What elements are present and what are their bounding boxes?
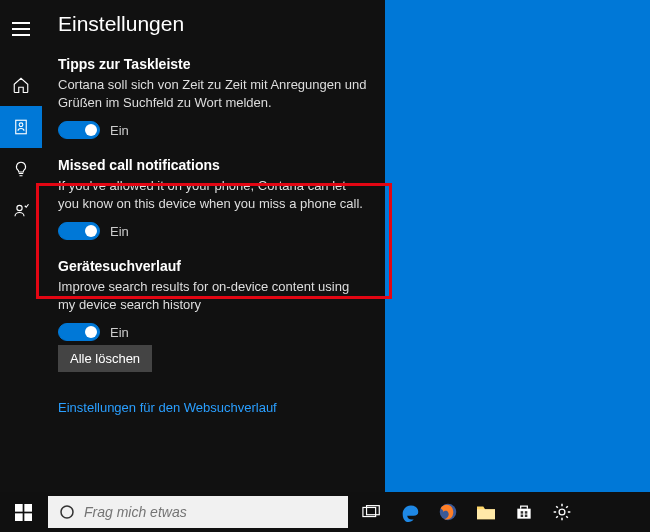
taskbar-app-firefox[interactable] [430, 492, 466, 532]
menu-icon [12, 22, 30, 36]
clear-all-button[interactable]: Alle löschen [58, 345, 152, 372]
firefox-icon [437, 501, 459, 523]
cortana-search-box[interactable] [48, 496, 348, 528]
section-desc: Cortana soll sich von Zeit zu Zeit mit A… [58, 76, 369, 111]
toggle-row: Ein [58, 222, 369, 240]
settings-content: Einstellungen Tipps zur Taskleiste Corta… [42, 0, 385, 492]
taskbar-icons [354, 492, 650, 532]
taskbar [0, 492, 650, 532]
section-missed-call: Missed call notifications If you've allo… [58, 157, 369, 240]
svg-rect-5 [15, 513, 23, 521]
taskbar-app-edge[interactable] [392, 492, 428, 532]
search-input[interactable] [84, 504, 338, 520]
svg-rect-4 [24, 504, 32, 512]
section-title: Gerätesuchverlauf [58, 258, 369, 274]
page-title: Einstellungen [58, 12, 369, 36]
sidebar-feedback[interactable] [0, 190, 42, 232]
sidebar-tips[interactable] [0, 148, 42, 190]
sidebar-home[interactable] [0, 64, 42, 106]
section-device-history: Gerätesuchverlauf Improve search results… [58, 258, 369, 372]
toggle-label: Ein [110, 224, 129, 239]
cortana-settings-panel: Einstellungen Tipps zur Taskleiste Corta… [0, 0, 385, 492]
notebook-icon [12, 118, 30, 136]
task-view-icon [362, 504, 382, 520]
taskbar-settings[interactable] [544, 492, 580, 532]
toggle-row: Ein [58, 121, 369, 139]
svg-point-15 [559, 509, 565, 515]
home-icon [12, 76, 30, 94]
svg-rect-14 [525, 515, 528, 518]
start-button[interactable] [0, 492, 46, 532]
windows-icon [15, 504, 32, 521]
sidebar-notebook[interactable] [0, 106, 42, 148]
toggle-row: Ein [58, 323, 369, 341]
toggle-knob [85, 326, 97, 338]
web-search-history-link[interactable]: Einstellungen für den Websuchverlauf [58, 400, 277, 415]
toggle-missed-call[interactable] [58, 222, 100, 240]
gear-icon [552, 502, 572, 522]
toggle-knob [85, 124, 97, 136]
feedback-icon [12, 202, 30, 220]
section-desc: If you've allowed it on your phone, Cort… [58, 177, 369, 212]
hamburger-menu[interactable] [0, 8, 42, 50]
edge-icon [399, 501, 421, 523]
taskbar-app-store[interactable] [506, 492, 542, 532]
folder-icon [475, 503, 497, 521]
svg-rect-13 [521, 515, 524, 518]
sidebar [0, 0, 42, 492]
toggle-label: Ein [110, 123, 129, 138]
svg-rect-11 [521, 511, 524, 514]
toggle-knob [85, 225, 97, 237]
taskbar-app-explorer[interactable] [468, 492, 504, 532]
toggle-taskbar-tips[interactable] [58, 121, 100, 139]
section-title: Missed call notifications [58, 157, 369, 173]
section-taskbar-tips: Tipps zur Taskleiste Cortana soll sich v… [58, 56, 369, 139]
section-desc: Improve search results for on-device con… [58, 278, 369, 313]
svg-point-1 [19, 123, 23, 127]
svg-rect-12 [525, 511, 528, 514]
svg-rect-3 [15, 504, 23, 512]
svg-point-7 [61, 506, 73, 518]
svg-rect-6 [24, 513, 32, 521]
svg-point-2 [17, 205, 22, 210]
section-title: Tipps zur Taskleiste [58, 56, 369, 72]
lightbulb-icon [12, 160, 30, 178]
cortana-ring-icon [58, 503, 76, 521]
toggle-label: Ein [110, 325, 129, 340]
store-icon [514, 502, 534, 522]
task-view-button[interactable] [354, 492, 390, 532]
toggle-device-history[interactable] [58, 323, 100, 341]
